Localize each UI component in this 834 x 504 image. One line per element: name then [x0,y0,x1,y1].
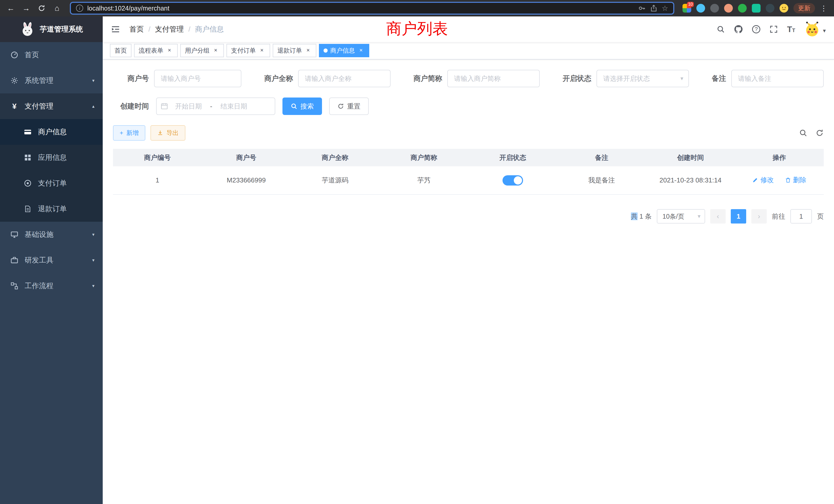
home-icon[interactable]: ⌂ [50,2,64,15]
tab-merchant-info[interactable]: 商户信息 × [319,44,369,57]
close-icon[interactable]: × [357,47,365,54]
chevron-down-icon: ▾ [92,232,94,237]
toggle-search-icon[interactable] [799,129,807,137]
extension-icon-1[interactable]: 10 [682,4,691,13]
bookmark-star-icon[interactable]: ☆ [662,4,668,13]
close-icon[interactable]: × [166,47,173,54]
browser-update-button[interactable]: 更新 [793,3,815,13]
close-icon[interactable]: × [212,47,219,54]
plus-icon: + [120,129,123,137]
chevron-down-icon: ▾ [92,78,94,84]
sidebar-item-app-info[interactable]: 应用信息 [0,145,103,170]
start-date-input[interactable] [169,102,208,110]
calendar-icon [161,102,168,110]
main-area: 首页 / 支付管理 / 商户信息 ? [103,17,834,504]
goto-page-input[interactable] [790,209,812,224]
download-icon [157,130,163,136]
card-icon [24,128,32,136]
fullscreen-icon[interactable] [770,25,778,33]
tab-refund-order[interactable]: 退款订单 × [273,44,316,57]
back-icon[interactable]: ← [4,2,18,15]
reset-button[interactable]: 重置 [329,97,369,115]
tags-view: 首页 流程表单 × 用户分组 × 支付订单 × 退款订单 × [103,42,834,60]
breadcrumb-current: 商户信息 [195,24,224,34]
close-icon[interactable]: × [305,47,312,54]
chevron-down-icon: ▾ [92,257,94,263]
workflow-icon [10,282,19,290]
sidebar-item-label: 工作流程 [25,281,53,291]
help-icon[interactable]: ? [752,25,760,33]
status-switch[interactable] [503,175,523,186]
page-size-select[interactable]: 10条/页 ▾ [657,209,705,224]
status-select[interactable]: 请选择开启状态 ▾ [596,70,689,87]
export-button[interactable]: 导出 [151,125,185,141]
font-size-icon[interactable]: TT [787,25,795,34]
password-key-icon[interactable] [638,4,646,12]
sidebar-item-payment[interactable]: ¥ 支付管理 ▴ [0,93,103,119]
extension-icon-6[interactable] [752,4,761,13]
sidebar-item-refund-order[interactable]: 退款订单 [0,196,103,222]
edit-label: 修改 [760,176,774,184]
sidebar-item-label: 系统管理 [25,76,53,86]
sidebar-item-home[interactable]: 首页 [0,42,103,68]
sidebar-item-dev-tools[interactable]: 研发工具 ▾ [0,247,103,273]
annotation-text: 商户列表 [386,19,448,39]
extension-icon-7[interactable] [766,4,774,13]
refresh-table-icon[interactable] [815,129,824,137]
extension-badge: 10 [687,2,694,7]
sidebar-item-infrastructure[interactable]: 基础设施 ▾ [0,222,103,247]
sidebar-item-pay-order[interactable]: 支付订单 [0,170,103,196]
logo-bar[interactable]: 芋道管理系统 [0,17,103,42]
breadcrumb: 首页 / 支付管理 / 商户信息 [129,24,224,34]
merchant-no-input[interactable] [154,70,241,87]
sidebar-menu: 首页 系统管理 ▾ ¥ 支付管理 ▴ [0,42,103,299]
breadcrumb-home[interactable]: 首页 [129,24,144,34]
page-1-button[interactable]: 1 [731,209,746,224]
search-button[interactable]: 搜索 [282,97,322,115]
end-date-input[interactable] [214,102,254,110]
delete-link[interactable]: 删除 [785,176,807,184]
merchant-name-input[interactable] [298,70,391,87]
prev-page-button[interactable]: ‹ [710,209,726,224]
col-merchant-no: 商户号 [202,149,291,166]
merchant-short-name-input[interactable] [447,70,540,87]
site-info-icon[interactable]: i [76,5,83,12]
create-time-range-picker[interactable]: - [156,97,275,115]
tab-label: 支付订单 [231,46,256,55]
close-icon[interactable]: × [258,47,265,54]
sidebar-item-workflow[interactable]: 工作流程 ▾ [0,273,103,299]
tab-process-form[interactable]: 流程表单 × [134,44,178,57]
sidebar-item-merchant-info[interactable]: 商户信息 [0,119,103,145]
tab-pay-order[interactable]: 支付订单 × [226,44,270,57]
tab-home[interactable]: 首页 [110,44,131,57]
share-icon[interactable] [650,4,658,12]
filter-label: 开启状态 [563,74,591,84]
extension-icon-3[interactable] [710,4,719,13]
github-icon[interactable] [734,25,743,33]
col-status: 开启状态 [468,149,557,166]
tab-user-group[interactable]: 用户分组 × [180,44,224,57]
extension-icon-4[interactable] [724,4,733,13]
forward-icon[interactable]: → [20,2,33,15]
cell-status [468,166,557,194]
browser-menu-icon[interactable]: ⋮ [820,4,828,13]
sidebar-toggle-icon[interactable] [111,25,120,34]
extension-icon-5[interactable] [738,4,747,13]
remark-input[interactable] [731,70,824,87]
reset-button-label: 重置 [347,102,360,111]
breadcrumb-payment[interactable]: 支付管理 [155,24,184,34]
user-avatar-menu[interactable]: ▾ [805,22,826,37]
active-dot [324,48,328,53]
sidebar-item-system[interactable]: 系统管理 ▾ [0,68,103,93]
reload-icon[interactable] [35,2,48,15]
export-button-label: 导出 [167,129,179,137]
extension-icon-2[interactable] [696,4,705,13]
chevron-down-icon: ▾ [698,213,701,220]
yen-icon: ¥ [10,102,19,110]
next-page-button[interactable]: › [751,209,767,224]
header-search-icon[interactable] [717,25,725,33]
extension-icon-8[interactable] [780,4,788,13]
address-bar[interactable]: i localhost:1024/pay/merchant ☆ [70,2,674,15]
edit-link[interactable]: 修改 [752,176,774,184]
add-button[interactable]: + 新增 [113,125,145,141]
